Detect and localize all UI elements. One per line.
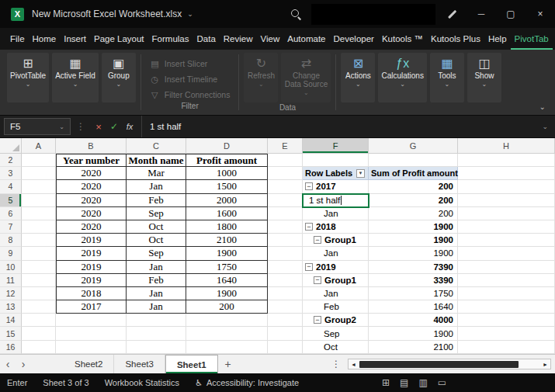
add-sheet-button[interactable]: + xyxy=(218,358,238,370)
cell-d11[interactable]: 1640 xyxy=(186,274,268,287)
row-header-6[interactable]: 6 xyxy=(0,207,22,220)
collapse-button[interactable]: − xyxy=(314,236,321,244)
ribbon-button-show[interactable]: ◫Show⌄ xyxy=(467,53,501,102)
cell-d3[interactable]: 1000 xyxy=(186,167,268,180)
cell-c10[interactable]: Jan xyxy=(127,261,186,274)
cell-d12[interactable]: 1900 xyxy=(186,287,268,300)
chevron-down-icon[interactable]: ⌄ xyxy=(59,123,64,130)
ribbon-button-active-field[interactable]: ▦Active Field⌄ xyxy=(52,53,99,102)
ribbon-tab-pivottab[interactable]: PivotTab xyxy=(511,28,553,50)
collapse-ribbon-icon[interactable]: ⌄ xyxy=(539,102,546,111)
normal-view-icon[interactable]: ⊞ xyxy=(382,377,390,388)
cell-d7[interactable]: 1800 xyxy=(186,220,268,234)
cell-a15[interactable] xyxy=(22,327,56,340)
cell-a4[interactable] xyxy=(22,180,56,193)
cell-d9[interactable]: 1900 xyxy=(186,247,268,260)
cell-d4[interactable]: 1500 xyxy=(186,180,268,193)
ribbon-tab-help[interactable]: Help xyxy=(484,28,511,50)
cell-d2[interactable]: Profit amount xyxy=(186,154,268,167)
cell-h14[interactable] xyxy=(458,314,555,327)
cell-g7[interactable]: 1900 xyxy=(369,220,458,234)
cell-c7[interactable]: Oct xyxy=(127,220,186,234)
cell-h3[interactable] xyxy=(458,167,555,180)
row-header-13[interactable]: 13 xyxy=(0,300,22,314)
cell-a8[interactable] xyxy=(22,234,56,247)
cell-e5[interactable] xyxy=(268,194,303,207)
ribbon-tab-page-layout[interactable]: Page Layout xyxy=(90,28,148,50)
sheet-nav-right-icon[interactable]: › xyxy=(16,359,31,369)
ink-pen-icon[interactable] xyxy=(446,9,457,19)
column-header-f[interactable]: F xyxy=(303,138,369,154)
cell-g15[interactable]: 1900 xyxy=(369,327,458,340)
cell-a11[interactable] xyxy=(22,274,56,287)
collapse-button[interactable]: − xyxy=(314,316,321,324)
cell-c13[interactable]: Jan xyxy=(127,300,186,314)
cell-b8[interactable]: 2019 xyxy=(56,234,127,247)
minimize-button[interactable]: ─ xyxy=(467,0,496,28)
row-header-12[interactable]: 12 xyxy=(0,287,22,300)
cell-f4[interactable]: −2017 xyxy=(303,180,369,193)
row-header-10[interactable]: 10 xyxy=(0,261,22,274)
scroll-left-icon[interactable]: ◄ xyxy=(349,362,359,367)
cell-e3[interactable] xyxy=(268,167,303,180)
cell-h7[interactable] xyxy=(458,220,555,234)
cell-a5[interactable] xyxy=(22,194,56,207)
ribbon-tab-automate[interactable]: Automate xyxy=(283,28,329,50)
cell-h13[interactable] xyxy=(458,300,555,314)
cell-f2[interactable] xyxy=(303,154,369,167)
cell-a10[interactable] xyxy=(22,261,56,274)
ribbon-button-actions[interactable]: ⊠Actions⌄ xyxy=(341,53,375,102)
sheet-count-indicator[interactable]: Sheet 3 of 3 xyxy=(43,378,88,387)
cell-h4[interactable] xyxy=(458,180,555,193)
collapse-button[interactable]: − xyxy=(314,276,321,284)
cell-c11[interactable]: Feb xyxy=(127,274,186,287)
cell-e14[interactable] xyxy=(268,314,303,327)
select-all-corner[interactable] xyxy=(0,138,22,154)
cell-g6[interactable]: 200 xyxy=(369,207,458,220)
cell-f16[interactable]: Oct xyxy=(303,341,369,354)
cell-e10[interactable] xyxy=(268,261,303,274)
column-header-d[interactable]: D xyxy=(186,138,268,154)
ribbon-tab-review[interactable]: Review xyxy=(220,28,257,50)
cell-d8[interactable]: 2100 xyxy=(186,234,268,247)
cell-c14[interactable] xyxy=(127,314,186,327)
cell-d5[interactable]: 2000 xyxy=(186,194,268,207)
row-header-8[interactable]: 8 xyxy=(0,234,22,247)
confirm-entry-icon[interactable]: ✓ xyxy=(106,121,122,132)
cell-b3[interactable]: 2020 xyxy=(56,167,127,180)
collapse-button[interactable]: − xyxy=(305,263,313,271)
scrollbar-thumb[interactable] xyxy=(359,361,519,368)
cell-b7[interactable]: 2020 xyxy=(56,220,127,234)
cell-c4[interactable]: Jan xyxy=(127,180,186,193)
cell-a14[interactable] xyxy=(22,314,56,327)
ribbon-tab-view[interactable]: View xyxy=(257,28,284,50)
cell-f6[interactable]: Jan xyxy=(303,207,369,220)
cell-f9[interactable]: Jan xyxy=(303,247,369,260)
cell-e12[interactable] xyxy=(268,287,303,300)
ribbon-tab-home[interactable]: Home xyxy=(29,28,61,50)
maximize-button[interactable]: ▢ xyxy=(496,0,526,28)
cell-g11[interactable]: 3390 xyxy=(369,274,458,287)
cell-b5[interactable]: 2020 xyxy=(56,194,127,207)
column-header-g[interactable]: G xyxy=(369,138,458,154)
row-header-3[interactable]: 3 xyxy=(0,167,22,180)
cell-h11[interactable] xyxy=(458,274,555,287)
cell-f11[interactable]: −Group1 xyxy=(303,274,369,287)
cell-e15[interactable] xyxy=(268,327,303,340)
grip-dots-icon[interactable]: ⋮ xyxy=(76,121,85,132)
cell-e9[interactable] xyxy=(268,247,303,260)
ribbon-tab-kutools-plus[interactable]: Kutools Plus xyxy=(427,28,484,50)
column-header-e[interactable]: E xyxy=(268,138,303,154)
cell-b11[interactable]: 2019 xyxy=(56,274,127,287)
cell-f10[interactable]: −2019 xyxy=(303,261,369,274)
workbook-statistics-button[interactable]: Workbook Statistics xyxy=(105,378,179,387)
cell-g13[interactable]: 1640 xyxy=(369,300,458,314)
ribbon-tab-developer[interactable]: Developer xyxy=(329,28,377,50)
cell-h16[interactable] xyxy=(458,341,555,354)
cell-b9[interactable]: 2019 xyxy=(56,247,127,260)
ribbon-tab-data[interactable]: Data xyxy=(193,28,220,50)
cell-e16[interactable] xyxy=(268,341,303,354)
cell-a7[interactable] xyxy=(22,220,56,234)
insert-function-icon[interactable]: fx xyxy=(122,122,137,131)
formula-bar-expand-icon[interactable]: ⌄ xyxy=(535,123,555,130)
